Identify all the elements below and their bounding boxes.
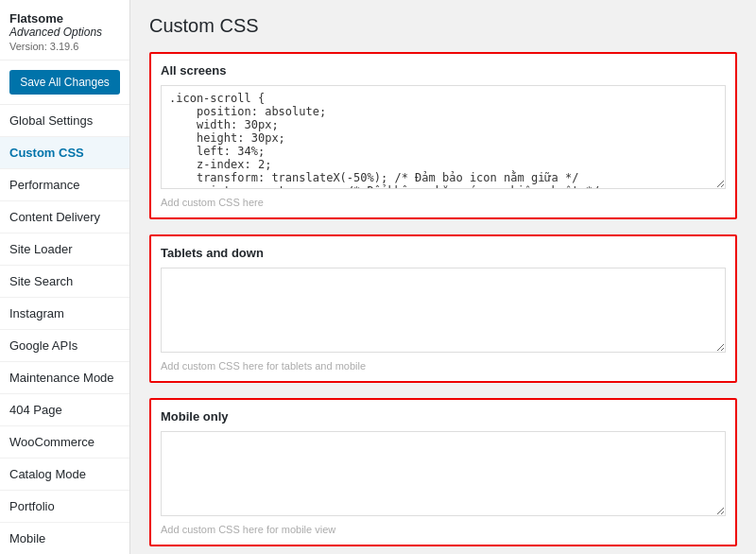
app-subtitle: Advanced Options: [9, 26, 120, 39]
css-placeholder-hint-all-screens: Add custom CSS here: [161, 197, 726, 208]
sidebar-item-catalog-mode[interactable]: Catalog Mode: [0, 459, 129, 491]
sidebar-item-google-apis[interactable]: Google APIs: [0, 330, 129, 362]
sidebar-save-container: Save All Changes: [0, 61, 129, 105]
sidebar-item-global-settings[interactable]: Global Settings: [0, 105, 129, 137]
css-section-title-tablets-and-down: Tablets and down: [161, 246, 726, 260]
sidebar-nav: Global SettingsCustom CSSPerformanceCont…: [0, 105, 129, 554]
css-textarea-all-screens[interactable]: .icon-scroll { position: absolute; width…: [161, 85, 726, 189]
sidebar-item-maintenance-mode[interactable]: Maintenance Mode: [0, 362, 129, 394]
css-section-mobile-only: Mobile onlyAdd custom CSS here for mobil…: [149, 398, 737, 546]
css-section-title-mobile-only: Mobile only: [161, 409, 726, 424]
css-textarea-tablets-and-down[interactable]: [161, 268, 726, 353]
sidebar: Flatsome Advanced Options Version: 3.19.…: [0, 0, 130, 554]
css-section-all-screens: All screens.icon-scroll { position: abso…: [149, 52, 737, 219]
css-section-title-all-screens: All screens: [161, 63, 726, 78]
app-version: Version: 3.19.6: [9, 41, 120, 52]
main-content: Custom CSS All screens.icon-scroll { pos…: [130, 0, 756, 554]
textarea-wrapper-mobile-only: [161, 431, 726, 519]
sidebar-item-woocommerce[interactable]: WooCommerce: [0, 426, 129, 459]
textarea-wrapper-tablets-and-down: [161, 268, 726, 355]
page-title: Custom CSS: [149, 15, 737, 37]
css-placeholder-hint-tablets-and-down: Add custom CSS here for tablets and mobi…: [161, 360, 726, 372]
sidebar-header: Flatsome Advanced Options Version: 3.19.…: [0, 0, 129, 61]
css-sections-container: All screens.icon-scroll { position: abso…: [149, 52, 737, 546]
sidebar-item-custom-css[interactable]: Custom CSS: [0, 137, 129, 169]
textarea-wrapper-all-screens: .icon-scroll { position: absolute; width…: [161, 85, 726, 192]
sidebar-save-button[interactable]: Save All Changes: [9, 70, 120, 95]
sidebar-item-instagram[interactable]: Instagram: [0, 298, 129, 330]
sidebar-item-site-search[interactable]: Site Search: [0, 266, 129, 298]
sidebar-item-performance[interactable]: Performance: [0, 169, 129, 201]
sidebar-item-site-loader[interactable]: Site Loader: [0, 234, 129, 266]
sidebar-item-content-delivery[interactable]: Content Delivery: [0, 201, 129, 234]
css-placeholder-hint-mobile-only: Add custom CSS here for mobile view: [161, 524, 726, 535]
app-title: Flatsome: [9, 11, 120, 26]
sidebar-item-mobile[interactable]: Mobile: [0, 523, 129, 554]
sidebar-item-portfolio[interactable]: Portfolio: [0, 491, 129, 523]
css-section-tablets-and-down: Tablets and downAdd custom CSS here for …: [149, 234, 737, 383]
sidebar-item-404-page[interactable]: 404 Page: [0, 394, 129, 426]
css-textarea-mobile-only[interactable]: [161, 431, 726, 516]
